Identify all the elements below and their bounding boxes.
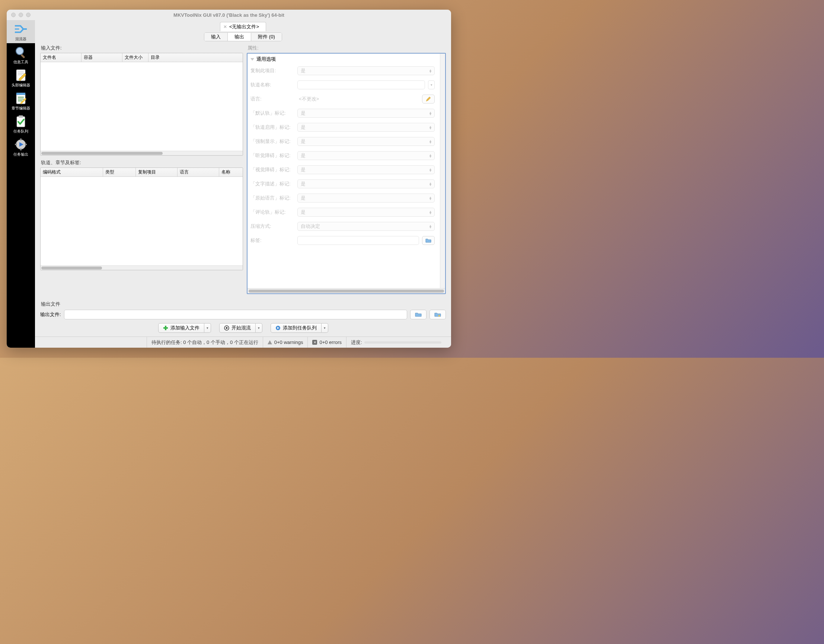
add-files-splitbutton: 添加输入文件 ▾ (158, 323, 211, 333)
start-mux-splitbutton: 开始混流 ▾ (219, 323, 262, 333)
sidebar-item-info[interactable]: 信息工具 (7, 43, 35, 66)
tracks-hscroll[interactable] (41, 266, 243, 270)
warning-icon (267, 340, 272, 344)
document-tab[interactable]: ✕ <无输出文件> (220, 22, 266, 31)
col-container[interactable]: 容器 (81, 53, 123, 62)
tab-input[interactable]: 输入 (204, 33, 228, 41)
row-default: 「默认轨」标记: 是▴▾ (251, 109, 435, 118)
input-files-body[interactable] (41, 62, 243, 151)
sidebar-item-mux[interactable]: 混流器 (7, 20, 35, 43)
lbl-origlang: 「原始语言」标记: (251, 195, 294, 201)
svg-rect-12 (18, 115, 23, 118)
col-dir[interactable]: 目录 (149, 53, 243, 62)
row-origlang: 「原始语言」标记: 是▴▾ (251, 194, 435, 203)
folder-star-icon (434, 312, 441, 317)
sidebar-item-header-editor[interactable]: 头部编辑器 (7, 66, 35, 89)
svg-point-0 (16, 47, 23, 55)
combo-enabled[interactable]: 是▴▾ (297, 123, 435, 132)
combo-textdesc[interactable]: 是▴▾ (297, 180, 435, 188)
add-files-dropdown[interactable]: ▾ (204, 323, 211, 333)
disclosure-triangle-icon (251, 58, 254, 61)
action-row: 添加输入文件 ▾ 开始混流 ▾ 添加到任务队 (40, 323, 446, 337)
sidebar-label: 章节编辑器 (12, 106, 30, 111)
close-tab-icon[interactable]: ✕ (223, 24, 227, 29)
col-filename[interactable]: 文件名 (41, 53, 81, 62)
properties-inner[interactable]: 通用选项 复制此项目: 是▴▾ 轨道名称: ▾ (248, 54, 440, 288)
chevron-updown-icon: ▴▾ (429, 69, 431, 72)
col-copy[interactable]: 复制项目 (136, 168, 178, 177)
browse-tags-button[interactable] (422, 236, 435, 245)
progress-bar (364, 341, 441, 344)
input-files-header: 文件名 容器 文件大小 目录 (41, 53, 243, 62)
row-hearing: 「听觉障碍」标记: 是▴▾ (251, 151, 435, 160)
queue-add-icon (275, 325, 281, 330)
start-mux-button[interactable]: 开始混流 (219, 323, 256, 333)
edit-language-button[interactable] (422, 95, 435, 103)
properties-hscroll[interactable] (248, 288, 445, 294)
chevron-updown-icon: ▴▾ (429, 196, 431, 200)
combo-commentary[interactable]: 是▴▾ (297, 208, 435, 217)
lbl-default: 「默认轨」标记: (251, 110, 294, 117)
col-codec[interactable]: 编码格式 (41, 168, 103, 177)
sidebar-label: 任务输出 (14, 152, 28, 157)
folder-open-icon (415, 312, 422, 317)
start-mux-dropdown[interactable]: ▾ (256, 323, 262, 333)
combo-origlang[interactable]: 是▴▾ (297, 194, 435, 203)
row-visual: 「视觉障碍」标记: 是▴▾ (251, 165, 435, 174)
output-section-label: 输出文件 (41, 301, 446, 307)
sidebar-item-job-queue[interactable]: 任务队列 (7, 112, 35, 135)
lbl-compression: 压缩方式: (251, 223, 294, 230)
tab-output[interactable]: 输出 (228, 33, 251, 41)
combo-default[interactable]: 是▴▾ (297, 109, 435, 118)
recent-output-button[interactable] (429, 310, 446, 320)
play-circle-icon (224, 325, 229, 330)
browse-output-button[interactable] (410, 310, 426, 320)
svg-rect-16 (15, 144, 17, 145)
properties-vscroll[interactable] (440, 54, 445, 288)
window-body: 混流器 信息工具 头部编辑器 章节编辑器 (7, 20, 451, 348)
sidebar-item-chapter-editor[interactable]: 章节编辑器 (7, 89, 35, 112)
input-files-list[interactable]: 文件名 容器 文件大小 目录 (40, 53, 243, 155)
mux-icon (14, 22, 28, 36)
chevron-updown-icon: ▴▾ (429, 140, 431, 143)
col-type[interactable]: 类型 (103, 168, 136, 177)
tab-attachments[interactable]: 附件 (0) (251, 33, 282, 41)
group-general[interactable]: 通用选项 (251, 56, 435, 63)
svg-rect-17 (25, 144, 27, 145)
svg-rect-7 (16, 93, 25, 95)
tracks-body[interactable] (41, 177, 243, 266)
trackname-dropdown-button[interactable]: ▾ (428, 80, 435, 89)
add-queue-dropdown[interactable]: ▾ (321, 323, 328, 333)
combo-visual[interactable]: 是▴▾ (297, 165, 435, 174)
col-lang[interactable]: 语言 (178, 168, 219, 177)
chevron-updown-icon: ▴▾ (429, 210, 431, 214)
row-textdesc: 「文字描述」标记: 是▴▾ (251, 180, 435, 188)
tracks-header: 编码格式 类型 复制项目 语言 名称 (41, 168, 243, 177)
chevron-updown-icon: ▴▾ (429, 154, 431, 157)
col-name[interactable]: 名称 (219, 168, 243, 177)
combo-copy[interactable]: 是▴▾ (297, 66, 435, 75)
row-copy: 复制此项目: 是▴▾ (251, 66, 435, 75)
queue-icon (14, 115, 28, 128)
status-errors[interactable]: ✕ 0+0 errors (307, 337, 346, 348)
sidebar-label: 头部编辑器 (12, 83, 30, 88)
combo-forced[interactable]: 是▴▾ (297, 137, 435, 146)
tracks-list[interactable]: 编码格式 类型 复制项目 语言 名称 (40, 168, 243, 270)
lbl-enabled: 「轨道启用」标记: (251, 124, 294, 131)
status-jobs[interactable]: 待执行的任务: 0 个自动，0 个手动，0 个正在运行 (147, 337, 263, 348)
add-files-button[interactable]: 添加输入文件 (158, 323, 204, 333)
input-trackname[interactable] (297, 80, 425, 89)
right-column: 属性: 通用选项 复制此项目: 是▴▾ (247, 42, 446, 294)
add-queue-button[interactable]: 添加到任务队列 (271, 323, 321, 333)
sidebar-label: 信息工具 (14, 60, 28, 65)
folder-open-icon (426, 238, 431, 243)
input-tags[interactable] (297, 236, 419, 245)
output-file-input[interactable] (64, 310, 407, 320)
input-files-hscroll[interactable] (41, 151, 243, 155)
sidebar-item-job-output[interactable]: 任务输出 (7, 135, 35, 158)
col-size[interactable]: 文件大小 (123, 53, 149, 62)
status-warnings[interactable]: 0+0 warnings (263, 337, 308, 348)
output-file-label: 输出文件: (40, 311, 61, 318)
combo-compression[interactable]: 自动决定▴▾ (297, 222, 435, 231)
combo-hearing[interactable]: 是▴▾ (297, 151, 435, 160)
